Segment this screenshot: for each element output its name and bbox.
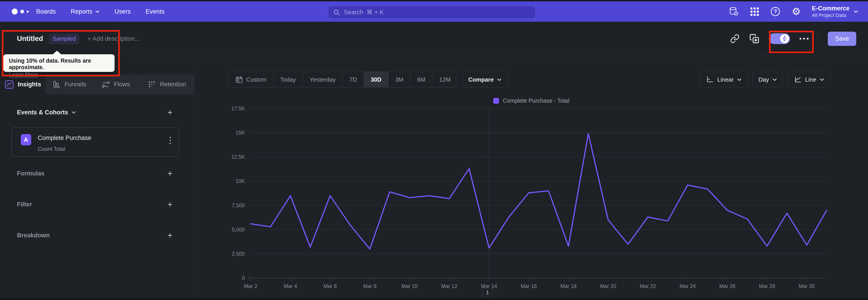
add-breakdown-button[interactable]: + bbox=[165, 231, 175, 240]
svg-text:Mar 22: Mar 22 bbox=[640, 283, 656, 289]
event-metric-selector[interactable]: Count Total bbox=[38, 146, 65, 152]
svg-text:17.5K: 17.5K bbox=[231, 106, 245, 112]
events-cohorts-header: Events & Cohorts + bbox=[0, 106, 194, 119]
svg-text:2,500: 2,500 bbox=[232, 251, 245, 257]
report-header-actions: Save bbox=[730, 32, 868, 46]
tab-label: Retention bbox=[160, 81, 186, 88]
gear-icon: ⚙ bbox=[792, 6, 801, 17]
nav-item-label: Events bbox=[146, 8, 164, 15]
svg-text:5,000: 5,000 bbox=[232, 227, 245, 233]
grid-icon bbox=[750, 7, 759, 16]
data-management-button[interactable] bbox=[728, 6, 739, 17]
nav-right: ? ⚙ E-Commerce All Project Data bbox=[728, 1, 868, 22]
retention-icon bbox=[147, 80, 156, 89]
svg-text:Mar 16: Mar 16 bbox=[521, 283, 537, 289]
tooltip-learn-more-link[interactable]: Learn More bbox=[9, 71, 38, 78]
nav-links: Boards Reports Users Events bbox=[36, 8, 164, 15]
sampled-badge[interactable]: Sampled bbox=[49, 33, 79, 44]
filter-label: Filter bbox=[17, 201, 32, 208]
svg-text:Mar 18: Mar 18 bbox=[560, 283, 577, 289]
svg-text:Mar 30: Mar 30 bbox=[799, 283, 815, 289]
svg-text:Mar 8: Mar 8 bbox=[363, 283, 377, 289]
global-search[interactable] bbox=[328, 6, 535, 19]
tab-label: Insights bbox=[18, 81, 41, 88]
main-content: Insights Funnels bbox=[0, 56, 868, 300]
svg-text:Mar 28: Mar 28 bbox=[759, 283, 775, 289]
event-name: Complete Purchase bbox=[38, 134, 91, 142]
svg-text:Mar 2: Mar 2 bbox=[244, 283, 257, 289]
help-button[interactable]: ? bbox=[770, 6, 780, 17]
line-chart-canvas[interactable]: 17.5K15K12.5K10K7,5005,0002,5000Mar 2Mar… bbox=[195, 56, 868, 300]
top-nav: Boards Reports Users Events bbox=[0, 1, 868, 22]
breakdown-section: Breakdown + bbox=[0, 229, 194, 242]
chart-panel: Custom Today Yesterday 7D 30D 3M 6M 12M … bbox=[195, 56, 868, 300]
tooltip-message: Using 10% of data. Results are approxima… bbox=[9, 57, 109, 70]
query-builder-sidebar: Insights Funnels bbox=[0, 56, 194, 300]
more-menu-button[interactable] bbox=[800, 38, 809, 39]
nav-item-reports[interactable]: Reports bbox=[71, 8, 100, 15]
add-filter-button[interactable]: + bbox=[165, 200, 175, 209]
share-link-button[interactable] bbox=[730, 34, 740, 43]
formulas-label: Formulas bbox=[17, 170, 44, 177]
nav-item-boards[interactable]: Boards bbox=[36, 8, 56, 15]
save-button[interactable]: Save bbox=[828, 32, 856, 46]
chevron-down-icon bbox=[95, 10, 100, 13]
series-badge: A bbox=[21, 134, 31, 145]
settings-button[interactable]: ⚙ bbox=[791, 6, 801, 17]
events-cohorts-title[interactable]: Events & Cohorts bbox=[17, 109, 76, 116]
search-icon bbox=[333, 9, 340, 16]
breakdown-label: Breakdown bbox=[17, 232, 50, 239]
svg-text:15K: 15K bbox=[236, 130, 245, 136]
sampling-toggle[interactable] bbox=[769, 33, 790, 44]
svg-text:12.5K: 12.5K bbox=[231, 154, 245, 160]
mixpanel-logo-icon[interactable] bbox=[12, 8, 32, 14]
svg-text:Mar 4: Mar 4 bbox=[284, 283, 297, 289]
flows-icon bbox=[101, 80, 110, 89]
project-scope: All Project Data bbox=[812, 12, 849, 18]
question-icon: ? bbox=[771, 7, 780, 16]
svg-text:7,500: 7,500 bbox=[232, 203, 245, 208]
svg-text:Mar 12: Mar 12 bbox=[441, 283, 458, 289]
funnels-icon bbox=[52, 80, 61, 89]
add-description-button[interactable]: + Add description... bbox=[88, 35, 140, 42]
database-gear-icon bbox=[728, 6, 739, 17]
report-title[interactable]: Untitled bbox=[17, 35, 43, 43]
tab-retention[interactable]: Retention bbox=[139, 74, 194, 94]
event-card[interactable]: A Complete Purchase Count Total bbox=[11, 127, 179, 157]
add-formula-button[interactable]: + bbox=[165, 169, 175, 178]
app-root: Boards Reports Users Events bbox=[0, 0, 868, 300]
nav-item-label: Reports bbox=[71, 8, 92, 15]
nav-item-events[interactable]: Events bbox=[146, 8, 164, 15]
pagination-page-button[interactable]: 1 bbox=[483, 288, 493, 297]
svg-text:Mar 6: Mar 6 bbox=[323, 283, 337, 289]
report-header: Untitled Sampled + Add description... bbox=[0, 22, 868, 56]
chevron-down-icon bbox=[71, 111, 76, 114]
lightning-icon bbox=[782, 35, 787, 42]
duplicate-button[interactable] bbox=[749, 34, 759, 43]
toggle-knob bbox=[780, 34, 789, 43]
project-name: E-Commerce bbox=[812, 5, 849, 12]
link-icon bbox=[730, 34, 740, 43]
nav-item-users[interactable]: Users bbox=[115, 8, 131, 15]
svg-text:0: 0 bbox=[242, 275, 245, 281]
sampling-tooltip: Using 10% of data. Results are approxima… bbox=[3, 54, 115, 72]
add-event-button[interactable]: + bbox=[165, 108, 175, 117]
project-switcher[interactable]: E-Commerce All Project Data bbox=[812, 5, 858, 18]
tab-label: Flows bbox=[114, 81, 130, 88]
svg-text:10K: 10K bbox=[236, 178, 245, 184]
svg-text:Mar 24: Mar 24 bbox=[680, 283, 696, 289]
insights-icon bbox=[4, 80, 14, 89]
svg-text:Mar 10: Mar 10 bbox=[401, 283, 418, 289]
svg-text:Mar 26: Mar 26 bbox=[719, 283, 736, 289]
tab-label: Funnels bbox=[64, 81, 86, 88]
apps-grid-button[interactable] bbox=[749, 6, 760, 17]
window-edge-bottom bbox=[0, 298, 868, 300]
formulas-section: Formulas + bbox=[0, 167, 194, 180]
search-input[interactable] bbox=[344, 9, 530, 16]
nav-item-label: Users bbox=[115, 8, 131, 15]
svg-text:Mar 20: Mar 20 bbox=[600, 283, 616, 289]
filter-section: Filter + bbox=[0, 198, 194, 211]
copy-plus-icon bbox=[749, 34, 759, 43]
event-options-button[interactable] bbox=[168, 136, 172, 145]
chevron-down-icon bbox=[854, 10, 858, 13]
